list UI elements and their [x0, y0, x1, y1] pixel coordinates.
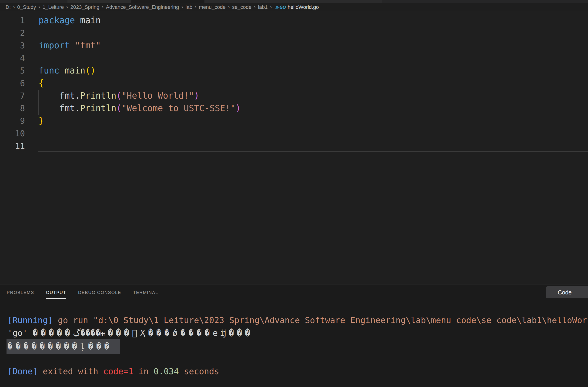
output-line-segment: go run "d:\0_Study\1_Leiture\2023_Spring… [58, 315, 588, 325]
code-line [39, 27, 241, 39]
code-line: package main [39, 14, 241, 27]
code-line: func main() [39, 64, 241, 77]
chevron-right-icon: › [13, 4, 15, 10]
code-line-segment: func [39, 66, 59, 76]
code-line-segment: fmt. [39, 91, 80, 101]
breadcrumb-item[interactable]: 2023_Spring [70, 4, 99, 10]
tab-strip-segment [0, 0, 67, 3]
tab-output[interactable]: OUTPUT [46, 285, 66, 301]
breadcrumb-item[interactable]: lab [186, 4, 192, 10]
line-number: 7 [0, 90, 25, 102]
breadcrumb-item[interactable]: Advance_Software_Engineering [106, 4, 179, 10]
go-file-icon: GO [275, 4, 286, 10]
breadcrumb-item[interactable]: D: [6, 4, 11, 10]
line-number: 3 [0, 39, 25, 52]
chevron-right-icon: › [181, 4, 183, 10]
code-line-segment: Println [80, 103, 116, 113]
line-number-gutter: 1234567891011 [0, 14, 25, 152]
output-line-segment: �����ڲ����ⲿ���Ҳ���ǿ����еĳ��� [33, 328, 253, 338]
breadcrumb-item[interactable]: menu_code [199, 4, 226, 10]
tab-strip-segment [382, 0, 588, 3]
code-line-segment: fmt. [39, 103, 80, 113]
output-line: [Done] exited with code=1 in 0.034 secon… [7, 365, 588, 378]
code-line-segment: package [39, 15, 75, 25]
chevron-right-icon: › [102, 4, 104, 10]
chevron-right-icon: › [254, 4, 256, 10]
code-line [39, 127, 241, 140]
code-line: fmt.Println("Welcome to USTC-SSE!") [39, 102, 241, 115]
code-content[interactable]: package mainimport "fmt"func main(){ fmt… [39, 14, 241, 152]
chevron-right-icon: › [38, 4, 40, 10]
code-line: { [39, 77, 241, 90]
panel-divider [0, 284, 588, 285]
code-line-segment: "Welcome to USTC-SSE!" [121, 103, 235, 113]
output-line [7, 352, 588, 365]
breadcrumb-item[interactable]: lab1 [258, 4, 268, 10]
chevron-right-icon: › [195, 4, 197, 10]
breadcrumb-file[interactable]: helloWorld.go [288, 4, 319, 10]
tab-strip-segment [67, 0, 131, 3]
breadcrumb-items: D:›0_Study›1_Leiture›2023_Spring›Advance… [6, 4, 274, 10]
line-number: 6 [0, 77, 25, 90]
code-line-segment: ) [236, 103, 241, 113]
line-number: 11 [0, 140, 25, 152]
tab-strip-segment-active [131, 0, 205, 3]
editor-tab-strip [0, 0, 588, 3]
output-line-segment: 'go' [7, 328, 33, 338]
code-line-segment: ) [194, 91, 199, 101]
chevron-right-icon: › [66, 4, 68, 10]
line-number: 1 [0, 14, 25, 27]
breadcrumb-item[interactable]: 0_Study [17, 4, 36, 10]
output-line-segment: exited with [43, 367, 103, 376]
code-line-segment: } [39, 116, 44, 126]
output-line: 'go' �����ڲ����ⲿ���Ҳ���ǿ����еĳ��� [7, 326, 588, 339]
output-channel-select[interactable]: Code [546, 286, 588, 298]
code-line-segment [70, 41, 75, 50]
line-number: 10 [0, 127, 25, 140]
tab-problems[interactable]: PROBLEMS [7, 285, 34, 301]
svg-text:GO: GO [279, 5, 286, 10]
line-number: 2 [0, 27, 25, 39]
output-console[interactable]: [Running] go run "d:\0_Study\1_Leiture\2… [7, 314, 588, 378]
line-number: 5 [0, 64, 25, 77]
code-line-segment [59, 66, 64, 76]
output-line-segment: [Done] [7, 367, 43, 376]
code-line: fmt.Println("Hello World!") [39, 90, 241, 102]
output-line-segment: [Running] [7, 315, 58, 325]
tab-strip-segment [274, 0, 382, 3]
code-line-segment: import [39, 41, 70, 50]
code-line-segment: ( [116, 91, 121, 101]
code-line-segment: () [85, 66, 96, 76]
chevron-right-icon: › [270, 4, 272, 10]
code-line-segment: "Hello World!" [121, 91, 194, 101]
breadcrumb-item[interactable]: se_code [232, 4, 252, 10]
panel-tabs: PROBLEMS OUTPUT DEBUG CONSOLE TERMINAL [0, 285, 588, 301]
output-line: ���������ļ��� [7, 339, 588, 352]
code-line-segment: ( [116, 103, 121, 113]
vscode-window: { "breadcrumb": { "items": ["D:", "0_Stu… [0, 0, 588, 387]
line-number: 9 [0, 115, 25, 127]
breadcrumb: D:›0_Study›1_Leiture›2023_Spring›Advance… [0, 3, 588, 11]
tab-strip-segment [205, 0, 274, 3]
code-line [39, 52, 241, 64]
tab-debug-console[interactable]: DEBUG CONSOLE [78, 285, 121, 301]
output-line-segment: seconds [179, 367, 219, 376]
output-line-segment: 0.034 [154, 367, 179, 376]
code-line: import "fmt" [39, 39, 241, 52]
chevron-right-icon: › [228, 4, 230, 10]
output-line: [Running] go run "d:\0_Study\1_Leiture\2… [7, 314, 588, 326]
output-line-segment: code=1 [103, 367, 133, 376]
code-line-segment: main [75, 15, 101, 25]
code-line-segment: "fmt" [75, 41, 101, 50]
current-line-highlight [38, 151, 588, 163]
line-number: 8 [0, 102, 25, 115]
output-line-segment: in [133, 367, 154, 376]
code-line [39, 140, 241, 152]
code-line-segment: Println [80, 91, 116, 101]
output-line-segment: ���������ļ��� [6, 339, 120, 354]
code-line-segment: main [64, 66, 85, 76]
code-line-segment: { [39, 78, 44, 88]
code-line: } [39, 115, 241, 127]
breadcrumb-item[interactable]: 1_Leiture [42, 4, 64, 10]
tab-terminal[interactable]: TERMINAL [133, 285, 158, 301]
